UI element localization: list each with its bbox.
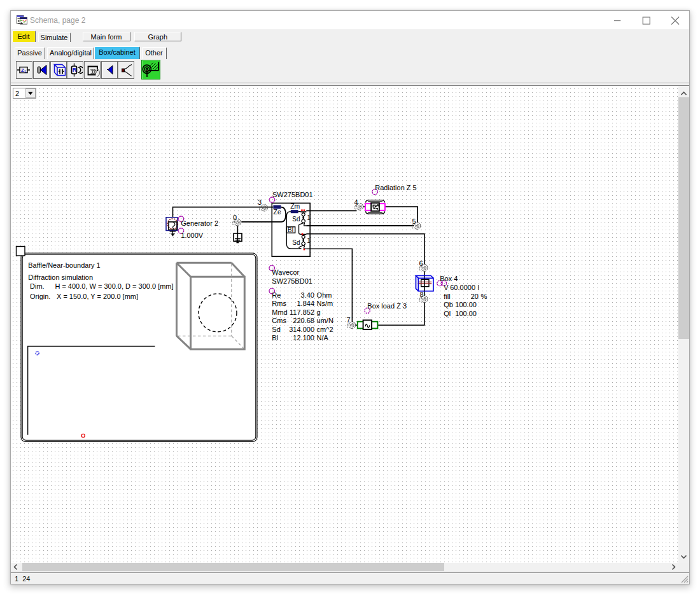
svg-text:l: l — [478, 284, 479, 291]
svg-text:4: 4 — [354, 198, 358, 206]
svg-text:Qb: Qb — [444, 301, 453, 308]
svg-text:100.00: 100.00 — [455, 301, 477, 308]
svg-text:Cms: Cms — [272, 317, 286, 324]
svg-text:117.852: 117.852 — [290, 308, 314, 316]
svg-text:Z: Z — [21, 67, 24, 73]
svg-text:fill: fill — [444, 293, 450, 300]
svg-text:Mmd: Mmd — [272, 308, 287, 316]
svg-text:H = 400.0, W = 300.0, D = 300.: H = 400.0, W = 300.0, D = 300.0 [mm] — [55, 282, 173, 290]
svg-text:3.40: 3.40 — [301, 291, 314, 299]
svg-text:Box load Z 3: Box load Z 3 — [367, 302, 407, 310]
svg-text:6: 6 — [419, 259, 423, 267]
svg-text:2: 2 — [15, 90, 19, 97]
svg-text:SW275BD01: SW275BD01 — [272, 191, 313, 198]
svg-text:Dim.: Dim. — [30, 282, 45, 290]
svg-text:Baffle/Near-boundary 1: Baffle/Near-boundary 1 — [28, 261, 101, 269]
svg-text:Radiation Z 5: Radiation Z 5 — [375, 184, 416, 191]
svg-text:3: 3 — [258, 198, 262, 206]
svg-text:100.00: 100.00 — [455, 310, 477, 317]
svg-text:0: 0 — [233, 214, 237, 221]
svg-text:Sd: Sd — [292, 216, 300, 223]
svg-text:SW275BD01: SW275BD01 — [272, 277, 312, 285]
svg-text:1.844: 1.844 — [297, 300, 314, 307]
svg-text:314.000: 314.000 — [289, 326, 314, 333]
svg-text:Wavecor: Wavecor — [272, 268, 299, 276]
svg-text:N/A: N/A — [317, 334, 329, 342]
svg-text:R: R — [73, 67, 77, 73]
svg-text:Sd: Sd — [272, 326, 280, 333]
svg-text:Rms: Rms — [272, 300, 286, 307]
svg-text:%: % — [481, 293, 487, 300]
svg-text:12.100: 12.100 — [293, 334, 314, 342]
svg-text:L: L — [25, 69, 27, 73]
svg-text:Ql: Ql — [444, 310, 451, 317]
svg-text:Origin.: Origin. — [30, 293, 50, 300]
svg-text:um/N: um/N — [317, 317, 333, 324]
svg-text:7: 7 — [347, 316, 351, 324]
svg-text:cm^2: cm^2 — [317, 326, 333, 333]
svg-text:V: V — [444, 284, 449, 291]
svg-text:Zm: Zm — [290, 202, 300, 210]
svg-text:1: 1 — [307, 237, 311, 244]
svg-text:X = 150.0, Y = 200.0 [mm]: X = 150.0, Y = 200.0 [mm] — [57, 293, 138, 300]
svg-text:Ohm: Ohm — [317, 291, 332, 299]
svg-text:Diffraction simulation: Diffraction simulation — [28, 273, 93, 281]
svg-text:Ns/m: Ns/m — [317, 300, 333, 307]
svg-text:Re: Re — [272, 291, 281, 299]
svg-text:1.000V: 1.000V — [181, 231, 204, 239]
svg-text:Sd: Sd — [292, 239, 300, 246]
svg-text:Generator 2: Generator 2 — [181, 219, 218, 227]
svg-text:220.68: 220.68 — [293, 317, 314, 324]
svg-text:Bl: Bl — [272, 334, 278, 342]
svg-text:Box 4: Box 4 — [440, 275, 458, 282]
svg-text:1: 1 — [307, 214, 311, 221]
svg-text:60.0000: 60.0000 — [450, 284, 475, 291]
svg-text:Bl: Bl — [288, 226, 293, 233]
svg-text:5: 5 — [412, 218, 416, 225]
svg-text:8: 8 — [420, 291, 424, 298]
svg-text:Ze: Ze — [274, 208, 281, 216]
svg-text:g: g — [317, 308, 321, 316]
svg-text:20: 20 — [471, 293, 479, 300]
